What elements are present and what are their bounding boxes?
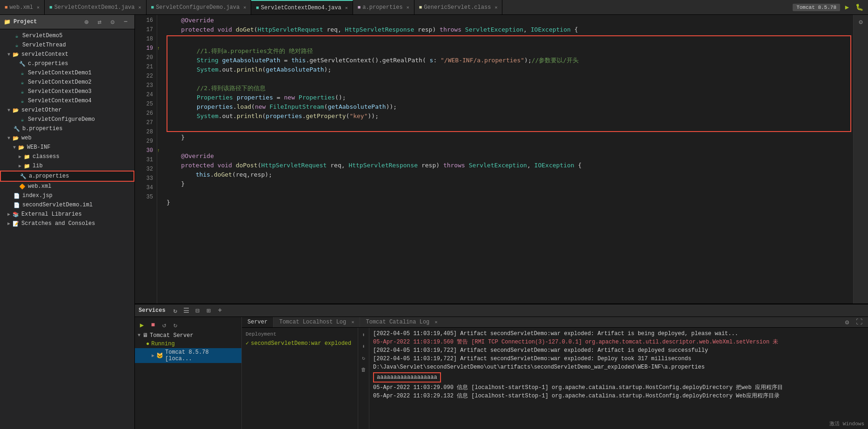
sync-icon[interactable]: ⇄: [94, 17, 105, 27]
code-editor-area[interactable]: @Override protected void doGet(HttpServl…: [165, 15, 853, 304]
close-scd1[interactable]: ✕: [139, 5, 141, 10]
close-tab-catalina[interactable]: ✕: [435, 320, 438, 325]
tree-aproperties[interactable]: 🔧 a.properties: [0, 171, 134, 182]
tree-lib-folder[interactable]: ▶ 📁 lib: [0, 161, 134, 171]
services-expand-icon[interactable]: ⊞: [204, 305, 214, 316]
settings-icon[interactable]: ⚙: [107, 17, 118, 27]
svc-running[interactable]: ● Running: [135, 340, 241, 348]
tree-label: ServletThread: [22, 42, 66, 48]
svc-label: Tomcat 8.5.78 [loca...: [165, 349, 239, 362]
output-line-1: [2022-04-05 11:03:19,405] Artifact secon…: [373, 330, 864, 338]
tab-server[interactable]: Server: [242, 317, 274, 327]
output-scroll-top-icon[interactable]: ⬆: [359, 330, 369, 340]
debug-button[interactable]: 🐛: [854, 2, 864, 13]
tree-servletthread[interactable]: ☕ ServletThread: [0, 40, 134, 50]
svc-label: Running: [151, 341, 174, 347]
xml-icon: ■: [5, 5, 8, 10]
tree-scd4[interactable]: ☕ ServletContextDemo4: [0, 96, 134, 106]
svc-stop-icon[interactable]: ■: [148, 320, 158, 330]
tomcat-icon: 🐱: [156, 352, 163, 359]
tree-label: b.properties: [22, 125, 62, 132]
svc-tomcat-server[interactable]: ▼ 🖥 Tomcat Server: [135, 331, 241, 340]
deployment-label: Deployment: [246, 331, 354, 337]
tree-sconfiguredemo[interactable]: ☕ ServletConfigureDemo: [0, 115, 134, 124]
tab-tomcat-catalina-log[interactable]: Tomcat Catalina Log ✕: [360, 317, 443, 327]
close-webxml[interactable]: ✕: [37, 5, 40, 10]
deployment-item: ✓ secondServletDemo:war exploded: [246, 340, 354, 347]
services-refresh-icon[interactable]: ↻: [170, 305, 180, 316]
settings-right-icon[interactable]: ⚙: [856, 17, 866, 27]
tree-label: web.xml: [28, 183, 51, 190]
tree-scd2[interactable]: ☕ ServletContextDemo2: [0, 78, 134, 87]
tree-webinf-folder[interactable]: ▼ 📂 WEB-INF: [0, 143, 134, 152]
java-file-icon: ☕: [13, 32, 20, 40]
tree-servletcontext-folder[interactable]: ▼ 📂 servletContext: [0, 50, 134, 59]
code-line-24: Properties properties = new Properties()…: [167, 93, 850, 102]
tree-label: ServletContextDemo4: [28, 98, 92, 104]
close-aprop[interactable]: ✕: [407, 5, 409, 10]
tab-genericservlet[interactable]: ■ GenericServlet.class ✕: [414, 0, 503, 15]
folder-icon: 📂: [18, 144, 25, 151]
tree-extlibs[interactable]: ▶ 📚 External Libraries: [0, 210, 134, 219]
tree-iml[interactable]: 📄 secondServletDemo.iml: [0, 200, 134, 210]
server-icon: 🖥: [142, 332, 148, 339]
run-button[interactable]: ▶: [842, 2, 852, 13]
tab-webxml[interactable]: ■ web.xml ✕: [0, 0, 45, 15]
tree-web-folder[interactable]: ▼ 📂 web: [0, 133, 134, 143]
output-scroll-bottom-icon[interactable]: ⬇: [359, 341, 369, 351]
close-scd2[interactable]: ✕: [243, 5, 246, 10]
java-file-icon: ☕: [19, 97, 26, 105]
tab-servletconfiguredemo[interactable]: ■ ServletConfigureDemo.java ✕: [147, 0, 252, 15]
services-list-icon[interactable]: ☰: [181, 305, 192, 316]
tree-classess-folder[interactable]: ▶ 📁 classess: [0, 152, 134, 161]
code-line-34: [167, 189, 851, 198]
tree-servletother-folder[interactable]: ▼ 📂 servletOther: [0, 106, 134, 115]
services-add-icon[interactable]: +: [215, 305, 225, 316]
tab-tomcat-localhost-log[interactable]: Tomcat Localhost Log ✕: [274, 317, 360, 327]
tree-label: ServletContextDemo1: [28, 70, 92, 76]
extlib-icon: 📚: [12, 211, 20, 218]
sidebar-title: Project: [13, 19, 37, 25]
gutter-mark-19: ↑: [157, 44, 165, 53]
svc-restart-icon[interactable]: ↺: [159, 320, 169, 330]
tree-servletdemo5[interactable]: ☕ ServletDemo5: [0, 31, 134, 40]
svc-tomcat-instance[interactable]: ▶ 🐱 Tomcat 8.5.78 [loca...: [135, 348, 241, 363]
close-tab-localhost[interactable]: ✕: [351, 320, 354, 325]
line-num-31: 31: [135, 155, 153, 165]
tab-servletcontextdemo1[interactable]: ■ ServletContextDemo1.java ✕: [45, 0, 146, 15]
add-icon[interactable]: ⊕: [81, 17, 92, 27]
code-highlight-region: //1.得到a.properties文件的 绝对路径 String getAab…: [167, 35, 851, 132]
close-gs[interactable]: ✕: [494, 5, 497, 10]
output-clear-icon[interactable]: 🗑: [359, 364, 369, 375]
tree-label: web: [21, 135, 32, 141]
tree-webxml[interactable]: 🔶 web.xml: [0, 182, 134, 191]
code-line-31: protected void doPost(HttpServletRequest…: [167, 161, 851, 170]
project-icon: 📁: [4, 19, 11, 26]
java-icon3: ■: [256, 5, 259, 11]
output-sync-icon[interactable]: ↻: [359, 353, 369, 363]
tree-scd1[interactable]: ☕ ServletContextDemo1: [0, 68, 134, 78]
minimize-icon[interactable]: −: [120, 17, 131, 27]
tab-servletcontextdemo4[interactable]: ■ ServletContextDemo4.java ✕: [251, 0, 353, 15]
panel-settings-icon[interactable]: ⚙: [842, 317, 852, 327]
code-line-22: [167, 74, 850, 84]
services-filter-icon[interactable]: ⊟: [193, 305, 203, 316]
tree-scratches[interactable]: ▶ 📝 Scratches and Consoles: [0, 219, 134, 228]
output-area[interactable]: [2022-04-05 11:03:19,405] Artifact secon…: [369, 328, 868, 429]
prop-file-icon: 🔧: [13, 125, 20, 132]
tab-aproperties[interactable]: ■ a.properties ✕: [353, 0, 414, 15]
line-num-25: 25: [135, 99, 153, 109]
close-scd4[interactable]: ✕: [345, 5, 348, 11]
svc-refresh-icon[interactable]: ↻: [170, 320, 180, 330]
folder-icon: 📁: [23, 153, 31, 160]
tree-bproperties[interactable]: 🔧 b.properties: [0, 124, 134, 133]
line-num-18: 18: [135, 34, 153, 44]
svc-start-icon[interactable]: ▶: [137, 320, 147, 330]
run-config-label: Tomcat 8.5.78: [793, 4, 840, 11]
tree-scd3[interactable]: ☕ ServletContextDemo3: [0, 87, 134, 96]
line-num-16: 16: [135, 16, 153, 25]
tree-cproperties[interactable]: 🔧 c.properties: [0, 59, 134, 68]
panel-maximize-icon[interactable]: ⛶: [854, 317, 864, 327]
arrow-icon: ▼: [13, 145, 16, 150]
tree-indexjsp[interactable]: 📄 index.jsp: [0, 191, 134, 200]
